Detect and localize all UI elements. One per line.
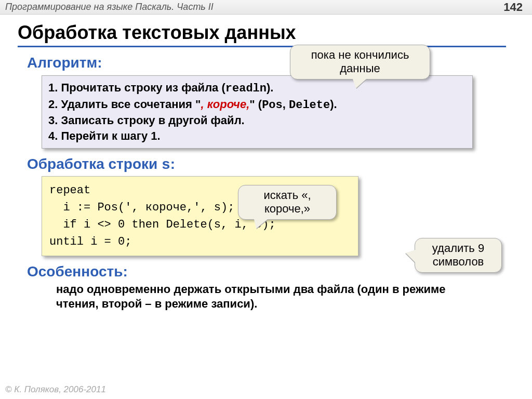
header-bar: Программирование на языке Паскаль. Часть… <box>0 0 532 15</box>
callout-text: удалить 9 символов <box>432 242 484 268</box>
algo-step-3: 3. Записать строку в другой файл. <box>48 113 466 128</box>
algo-step-1: 1. Прочитать строку из файла (readln). <box>48 80 466 97</box>
code-line: until i = 0; <box>49 233 351 250</box>
processing-heading: Обработка строки s: <box>27 156 514 173</box>
callout-text: пока не кончились данные <box>311 48 409 75</box>
code-token: readln <box>225 82 267 95</box>
text: Обработка строки <box>27 156 162 172</box>
callout-tail <box>254 219 268 229</box>
text: 1. Прочитать строку из файла ( <box>48 81 225 94</box>
text: ). <box>267 81 273 94</box>
text: 2. Удалить все сочетания " <box>48 98 201 111</box>
text: ). <box>330 98 337 111</box>
page-number: 142 <box>503 1 523 14</box>
highlight: , короче, <box>201 98 249 111</box>
page-title: Обработка текстовых данных <box>18 22 506 47</box>
text: " ( <box>249 98 262 111</box>
course-title: Программирование на языке Паскаль. Часть… <box>5 2 214 12</box>
algorithm-box: 1. Прочитать строку из файла (readln). 2… <box>42 75 473 149</box>
callout-tail <box>353 79 366 88</box>
code-token: Pos <box>262 99 283 112</box>
text: 3. Записать строку в другой файл. <box>48 114 245 127</box>
code-token: Delete <box>289 99 330 112</box>
code-token: s <box>162 157 170 173</box>
callout-text: искать «, короче,» <box>263 189 311 215</box>
callout-tail <box>406 250 415 262</box>
copyright: © К. Поляков, 2006-2011 <box>5 384 106 395</box>
text: : <box>170 156 175 172</box>
feature-text: надо одновременно держать открытыми два … <box>56 282 482 312</box>
text: , <box>283 98 289 111</box>
callout-data-end: пока не кончились данные <box>290 45 430 79</box>
callout-search: искать «, короче,» <box>238 185 337 220</box>
content: Алгоритм: 1. Прочитать строку из файла (… <box>0 55 532 312</box>
text: 4. Перейти к шагу 1. <box>48 129 161 142</box>
algo-step-2: 2. Удалить все сочетания ", короче," (Po… <box>48 97 466 113</box>
algo-step-4: 4. Перейти к шагу 1. <box>48 128 466 144</box>
algorithm-heading: Алгоритм: <box>27 55 514 71</box>
callout-delete: удалить 9 символов <box>415 238 502 273</box>
